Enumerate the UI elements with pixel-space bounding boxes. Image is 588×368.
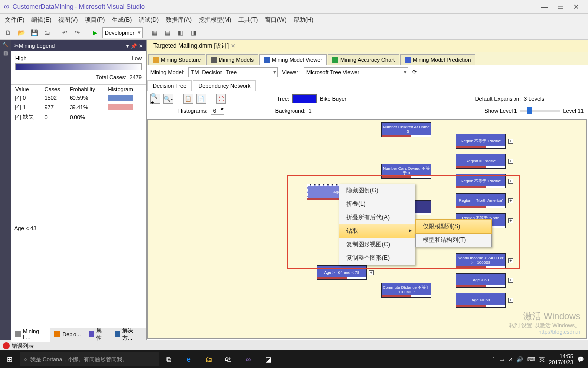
- tree-node[interactable]: Age >= 68: [456, 293, 506, 308]
- tree-node[interactable]: Age >= 64 and < 78: [317, 265, 367, 280]
- tree-combo[interactable]: Bike Buyer: [320, 96, 419, 102]
- ctx-model-cols[interactable]: 仅限模型列(S): [415, 219, 492, 234]
- taskbar-clock[interactable]: 14:55 2017/4/23: [549, 353, 573, 365]
- menu-build[interactable]: 生成(B): [109, 15, 135, 25]
- minimize-button[interactable]: ―: [536, 1, 552, 12]
- menu-help[interactable]: 帮助(H): [291, 15, 317, 25]
- expand-icon[interactable]: +: [508, 298, 513, 303]
- redo-icon[interactable]: ↷: [72, 27, 83, 38]
- menu-edit[interactable]: 编辑(E): [28, 15, 54, 25]
- start-button[interactable]: ⊞: [0, 355, 20, 363]
- tree-node[interactable]: Commute Distance 不等于 '10+ Mi...': [381, 283, 431, 298]
- toolbox-icon[interactable]: 🔨: [2, 42, 8, 47]
- subtab-dependency-network[interactable]: Dependency Network: [193, 80, 256, 91]
- tree-node[interactable]: Age < 68: [456, 273, 506, 288]
- battery-icon[interactable]: ▭: [499, 356, 504, 363]
- tab-mining-models[interactable]: Mining Models: [206, 54, 258, 65]
- menu-tools[interactable]: 工具(T): [235, 15, 261, 25]
- tab-mining-prediction[interactable]: Mining Model Prediction: [400, 54, 475, 65]
- menu-mining[interactable]: 挖掘模型(M): [196, 15, 234, 25]
- new-project-icon[interactable]: 🗋: [3, 27, 14, 38]
- ctx-copy-entire[interactable]: 复制整个图形(E): [339, 251, 415, 265]
- toolbar-btn-a[interactable]: ▦: [149, 27, 160, 38]
- tree-node[interactable]: Region 不等于 'Pacific': [456, 134, 506, 149]
- expand-icon[interactable]: +: [508, 278, 513, 283]
- saveall-icon[interactable]: 🗂: [42, 27, 53, 38]
- start-debug-icon[interactable]: ▶: [89, 27, 100, 38]
- menu-window[interactable]: 窗口(W): [262, 15, 289, 25]
- tab-mining-accuracy[interactable]: Mining Accuracy Chart: [328, 54, 399, 65]
- dropdown-icon[interactable]: ▾: [126, 43, 129, 49]
- pin-icon[interactable]: 📌: [131, 43, 137, 49]
- tab-properties[interactable]: 属性: [85, 325, 110, 343]
- expand-icon[interactable]: +: [369, 270, 374, 275]
- viewer-combo[interactable]: Microsoft Tree Viewer: [304, 67, 408, 77]
- ime-icon[interactable]: ⌨: [527, 356, 535, 363]
- expand-icon[interactable]: +: [508, 218, 513, 223]
- toolbar-btn-c[interactable]: ◧: [175, 27, 186, 38]
- panel-close-icon[interactable]: ✕: [139, 43, 143, 49]
- mining-model-combo[interactable]: TM_Decision_Tree: [188, 67, 278, 77]
- wifi-icon[interactable]: ⊿: [508, 356, 513, 363]
- histograms-spinner[interactable]: 6: [211, 107, 224, 115]
- toolbar-btn-d[interactable]: ◨: [188, 27, 199, 38]
- copy-icon[interactable]: 📋: [183, 94, 193, 104]
- close-button[interactable]: ✕: [568, 1, 584, 12]
- zoom-out-icon[interactable]: 🔍-: [163, 94, 173, 104]
- tab-mining-model-viewer[interactable]: Mining Model Viewer: [259, 54, 327, 65]
- taskview-icon[interactable]: ⧉: [159, 355, 179, 364]
- tree-node[interactable]: Region 不等于 'Pacific': [456, 174, 506, 188]
- menu-file[interactable]: 文件(F): [2, 15, 27, 25]
- level-slider[interactable]: [520, 110, 560, 112]
- tree-canvas[interactable]: Age Number Children At Home = 5 Region 不…: [148, 120, 586, 338]
- tab-close-icon[interactable]: ✕: [231, 43, 235, 49]
- notifications-icon[interactable]: 💬: [577, 356, 584, 363]
- maximize-button[interactable]: ▭: [552, 1, 568, 12]
- tree-node[interactable]: Number Cars Owned 不等于 0: [381, 164, 431, 179]
- refresh-icon[interactable]: ⟳: [412, 69, 417, 75]
- config-combo[interactable]: Developmer: [102, 27, 143, 38]
- tree-node[interactable]: Yearly Income < 74000 or >= 106008: [456, 253, 506, 268]
- ctx-collapse-all[interactable]: 折叠所有后代(A): [339, 211, 415, 224]
- edge-icon[interactable]: e: [179, 355, 199, 363]
- expand-icon[interactable]: +: [508, 258, 513, 263]
- subtab-decision-tree[interactable]: Decision Tree: [147, 80, 192, 91]
- undo-icon[interactable]: ↶: [59, 27, 70, 38]
- app-icon[interactable]: ◪: [258, 355, 278, 363]
- store-icon[interactable]: 🛍: [219, 355, 238, 363]
- menu-project[interactable]: 项目(P): [82, 15, 108, 25]
- server-icon[interactable]: ▥: [3, 50, 8, 56]
- ctx-copy-graph[interactable]: 复制图形视图(C): [339, 238, 415, 251]
- background-combo[interactable]: 1: [309, 108, 378, 114]
- expand-icon[interactable]: +: [508, 139, 513, 144]
- tree-node[interactable]: Region = 'North America': [456, 193, 506, 208]
- cortana-search[interactable]: ○ 我是 Cortana，小娜。有问题尽管问我。: [20, 352, 159, 366]
- expand-icon[interactable]: +: [508, 159, 513, 164]
- checkbox[interactable]: [15, 115, 21, 120]
- tab-mining-legend[interactable]: Mining L...: [11, 327, 50, 342]
- tray-up-icon[interactable]: ˄: [492, 356, 495, 363]
- open-icon[interactable]: 📂: [16, 27, 27, 38]
- expansion-combo[interactable]: 3 Levels: [524, 96, 584, 102]
- toolbar-btn-b[interactable]: ▤: [162, 27, 173, 38]
- tab-mining-structure[interactable]: Mining Structure: [148, 54, 205, 65]
- ctx-struct-cols[interactable]: 模型和结构列(T): [416, 233, 491, 247]
- tree-node[interactable]: Region = 'Pacific': [456, 154, 506, 169]
- zoom-in-icon[interactable]: 🔍+: [150, 94, 160, 104]
- ctx-collapse[interactable]: 折叠(L): [339, 197, 415, 211]
- expand-icon[interactable]: +: [508, 198, 513, 203]
- tree-node[interactable]: Number Children At Home = 5: [381, 122, 431, 137]
- ctx-drill[interactable]: 钻取▸: [339, 224, 415, 238]
- menu-database[interactable]: 数据库(A): [163, 15, 195, 25]
- save-icon[interactable]: 💾: [29, 27, 40, 38]
- checkbox[interactable]: [15, 96, 21, 101]
- menu-view[interactable]: 视图(V): [55, 15, 81, 25]
- tab-solution[interactable]: 解决方...: [111, 325, 146, 343]
- expand-icon[interactable]: +: [508, 179, 513, 184]
- ctx-hide-legend[interactable]: 隐藏图例(G): [339, 184, 415, 197]
- ime-lang[interactable]: 英: [539, 356, 545, 363]
- checkbox[interactable]: [15, 105, 21, 110]
- expand-icon[interactable]: ⛶: [216, 94, 226, 104]
- paste-icon[interactable]: 📄: [196, 94, 206, 104]
- document-tab[interactable]: Targeted Mailing.dmm [设计] ✕: [148, 40, 240, 52]
